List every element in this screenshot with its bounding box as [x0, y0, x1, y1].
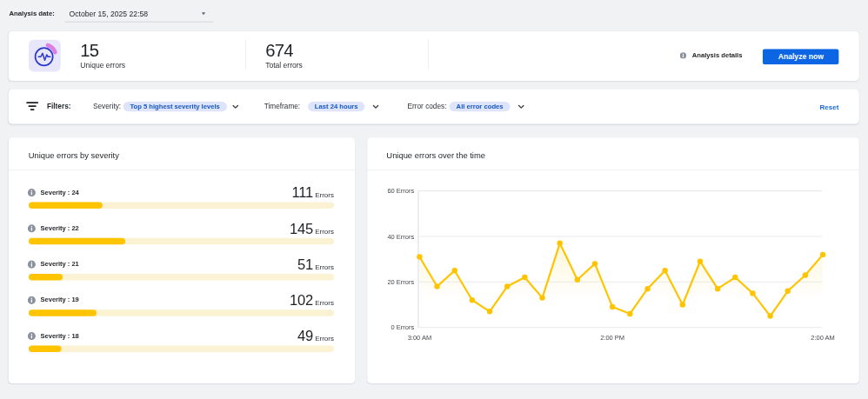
svg-text:3:00 AM: 3:00 AM [408, 334, 432, 342]
svg-text:40 Errors: 40 Errors [388, 232, 415, 240]
svg-text:2:00 PM: 2:00 PM [600, 334, 624, 342]
svg-text:60 Errors: 60 Errors [388, 187, 415, 195]
svg-text:20 Errors: 20 Errors [388, 278, 415, 286]
svg-text:2:00 AM: 2:00 AM [811, 334, 836, 342]
svg-text:0 Errors: 0 Errors [391, 323, 415, 331]
